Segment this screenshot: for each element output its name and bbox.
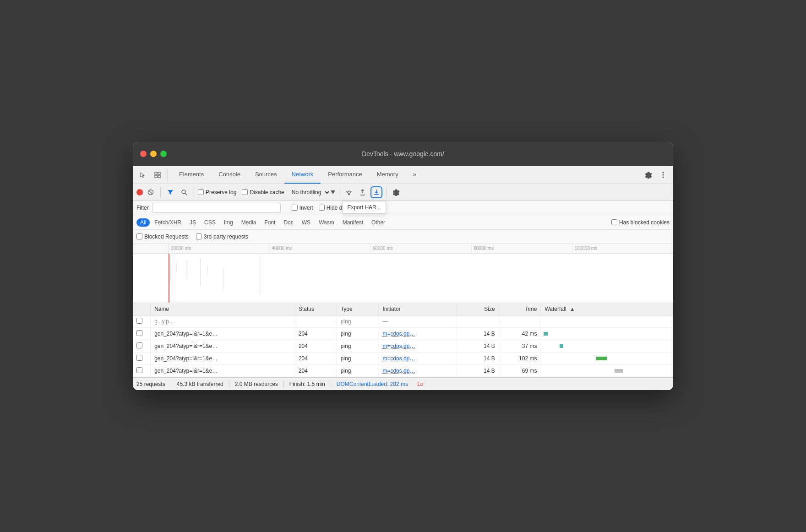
tab-performance[interactable]: Performance xyxy=(321,166,369,184)
settings-icon[interactable] xyxy=(642,168,655,181)
search-button[interactable] xyxy=(178,186,190,198)
blocked-requests-checkbox[interactable] xyxy=(136,233,142,239)
network-settings-icon[interactable] xyxy=(390,186,402,198)
filter-font[interactable]: Font xyxy=(261,218,279,227)
filter-js[interactable]: JS xyxy=(186,218,200,227)
inspect-icon[interactable] xyxy=(151,168,164,181)
row-time: 42 ms xyxy=(499,328,541,340)
tab-more[interactable]: » xyxy=(406,166,424,184)
clear-button[interactable] xyxy=(145,186,157,198)
row-type: ping xyxy=(337,353,379,365)
network-table-container[interactable]: Name Status Type Initiator Size xyxy=(133,303,673,377)
row-size: 14 B xyxy=(457,353,499,365)
filter-icon-button[interactable] xyxy=(164,186,176,198)
svg-point-6 xyxy=(663,176,664,178)
filter-media[interactable]: Media xyxy=(238,218,260,227)
minimize-button[interactable] xyxy=(150,151,157,157)
separator2 xyxy=(194,188,194,197)
col-size[interactable]: Size xyxy=(457,303,499,315)
third-party-checkbox[interactable] xyxy=(196,233,202,239)
svg-line-8 xyxy=(149,191,152,194)
table-row: gen_204?atyp=i&r=1&e… 204 ping m=cdos,dp… xyxy=(133,328,673,340)
row-size: 14 B xyxy=(457,340,499,353)
record-button[interactable] xyxy=(136,189,143,195)
waterfall-sort-arrow: ▲ xyxy=(570,306,575,312)
invert-checkbox[interactable] xyxy=(292,205,298,211)
upload-icon[interactable] xyxy=(357,186,369,198)
tab-sources[interactable]: Sources xyxy=(248,166,284,184)
filter-ws[interactable]: WS xyxy=(298,218,314,227)
cursor-icon[interactable] xyxy=(136,168,149,181)
table-row: gen_204?atyp=i&r=1&e… 204 ping m=cdos,dp… xyxy=(133,365,673,377)
maximize-button[interactable] xyxy=(160,151,167,157)
filter-row2: Blocked Requests 3rd-party requests xyxy=(133,230,673,244)
finish-time: Finish: 1.5 min xyxy=(284,381,331,387)
row-size: 14 B xyxy=(457,365,499,377)
more-options-icon[interactable] xyxy=(657,168,670,181)
timeline-canvas[interactable] xyxy=(133,254,673,303)
tab-elements[interactable]: Elements xyxy=(172,166,211,184)
ruler-mark-40000: 40000 ms xyxy=(269,244,370,253)
status-bar-more: Lo xyxy=(414,381,427,387)
filter-manifest[interactable]: Manifest xyxy=(339,218,367,227)
title-bar: DevTools - www.google.com/ xyxy=(133,142,673,166)
third-party-label[interactable]: 3rd-party requests xyxy=(196,233,248,240)
filter-img[interactable]: Img xyxy=(220,218,237,227)
row-status: 204 xyxy=(294,353,337,365)
has-blocked-cookies-label[interactable]: Has blocked cookies xyxy=(611,219,670,226)
col-type[interactable]: Type xyxy=(337,303,379,315)
throttle-select[interactable]: No throttling xyxy=(288,189,331,196)
row-waterfall xyxy=(541,353,673,365)
filter-doc[interactable]: Doc xyxy=(280,218,297,227)
tab-memory[interactable]: Memory xyxy=(370,166,406,184)
blocked-requests-label[interactable]: Blocked Requests xyxy=(136,233,189,240)
filter-other[interactable]: Other xyxy=(368,218,389,227)
filter-input[interactable] xyxy=(152,203,281,213)
filter-wasm[interactable]: Wasm xyxy=(315,218,338,227)
tab-icons xyxy=(136,168,168,181)
disable-cache-label[interactable]: Disable cache xyxy=(242,189,284,195)
svg-point-5 xyxy=(663,174,664,175)
table-header-row: Name Status Type Initiator Size xyxy=(133,303,673,315)
ruler-spacer xyxy=(133,244,169,253)
filter-types-bar: All Fetch/XHR JS CSS Img Media Font Doc … xyxy=(133,215,673,230)
col-initiator[interactable]: Initiator xyxy=(379,303,457,315)
tab-console[interactable]: Console xyxy=(211,166,248,184)
col-time[interactable]: Time xyxy=(499,303,541,315)
row-checkbox[interactable] xyxy=(136,355,142,361)
network-conditions-icon[interactable] xyxy=(343,186,355,198)
filter-all[interactable]: All xyxy=(136,218,150,227)
tab-bar-end xyxy=(642,168,670,181)
row-checkbox[interactable] xyxy=(136,342,142,348)
col-waterfall[interactable]: Waterfall ▲ xyxy=(541,303,673,315)
col-status[interactable]: Status xyxy=(294,303,337,315)
row-initiator: m=cdos,dp… xyxy=(379,340,457,353)
row-name: g...y.p... xyxy=(151,315,295,328)
row-checkbox[interactable] xyxy=(136,318,142,324)
tab-network[interactable]: Network xyxy=(284,166,321,184)
transferred-size: 45.3 kB transferred xyxy=(171,381,229,387)
disable-cache-checkbox[interactable] xyxy=(242,189,248,195)
row-time: 37 ms xyxy=(499,340,541,353)
ruler-mark-100000: 100000 ms xyxy=(572,244,673,253)
col-checkbox xyxy=(133,303,151,315)
preserve-log-label[interactable]: Preserve log xyxy=(198,189,236,195)
table-row: g...y.p... ping — xyxy=(133,315,673,328)
svg-point-9 xyxy=(182,190,185,194)
row-waterfall xyxy=(541,365,673,377)
hide-data-urls-checkbox[interactable] xyxy=(319,205,325,211)
export-har-button[interactable] xyxy=(370,186,382,198)
row-waterfall xyxy=(541,315,673,328)
preserve-log-checkbox[interactable] xyxy=(198,189,204,195)
invert-label[interactable]: Invert xyxy=(292,205,313,211)
row-checkbox[interactable] xyxy=(136,330,142,336)
filter-css[interactable]: CSS xyxy=(201,218,219,227)
close-button[interactable] xyxy=(140,151,147,157)
svg-point-4 xyxy=(663,172,664,173)
row-name: gen_204?atyp=i&r=1&e… xyxy=(151,365,295,377)
row-type: ping xyxy=(337,328,379,340)
filter-fetch-xhr[interactable]: Fetch/XHR xyxy=(151,218,185,227)
row-checkbox[interactable] xyxy=(136,367,142,373)
has-blocked-cookies-checkbox[interactable] xyxy=(611,219,617,225)
col-name[interactable]: Name xyxy=(151,303,295,315)
